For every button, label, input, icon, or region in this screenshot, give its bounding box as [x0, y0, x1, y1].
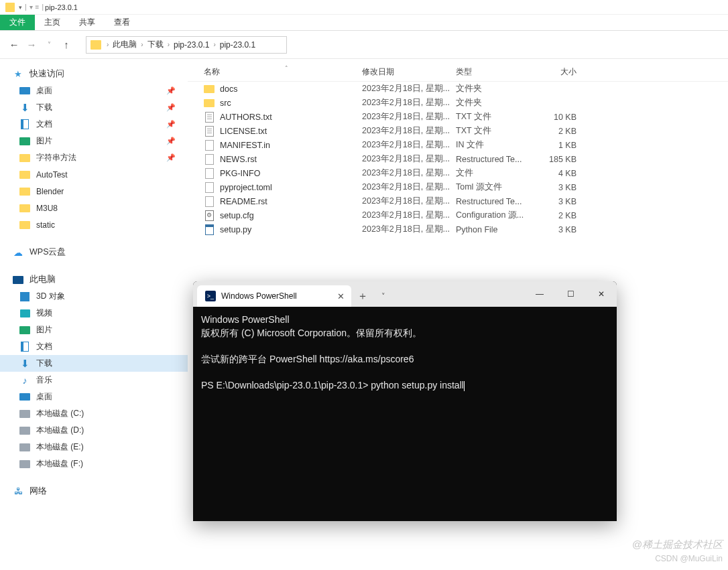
sidebar-item[interactable]: 文档📌	[0, 116, 188, 133]
file-row[interactable]: AUTHORS.txt2023年2月18日, 星期...TXT 文件10 KB	[188, 110, 728, 124]
drive-icon	[19, 425, 31, 437]
file-icon	[204, 154, 215, 165]
tab-close-icon[interactable]: ✕	[337, 291, 345, 301]
pic-icon	[19, 324, 31, 336]
sidebar-item[interactable]: Blender	[0, 183, 188, 200]
desktop-icon	[19, 391, 31, 403]
sidebar-item[interactable]: 字符串方法📌	[0, 149, 188, 166]
video-icon	[19, 307, 31, 319]
folder-icon	[19, 152, 31, 164]
file-icon	[204, 84, 215, 94]
wps-cloud[interactable]: ☁ WPS云盘	[0, 244, 188, 261]
terminal-line	[201, 340, 609, 353]
sidebar-item[interactable]: 文档	[0, 338, 188, 355]
file-icon	[204, 140, 215, 151]
sidebar-item[interactable]: 本地磁盘 (C:)	[0, 405, 188, 422]
sidebar-item[interactable]: 图片	[0, 322, 188, 338]
nav-pane: ★ 快速访问 桌面📌⬇下载📌文档📌图片📌字符串方法📌AutoTestBlende…	[0, 59, 188, 570]
terminal-line: 版权所有 (C) Microsoft Corporation。保留所有权利。	[201, 327, 609, 340]
terminal-tab[interactable]: >_ Windows PowerShell ✕	[197, 285, 351, 307]
menu-view[interactable]: 查看	[105, 15, 139, 30]
sidebar-item[interactable]: ⬇下载	[0, 355, 188, 372]
sidebar-item[interactable]: 图片📌	[0, 133, 188, 149]
network-header[interactable]: 🖧 网络	[0, 483, 188, 500]
window-close[interactable]: ✕	[586, 281, 617, 307]
tab-dropdown-icon[interactable]: ˅	[374, 285, 393, 307]
menu-share[interactable]: 共享	[70, 15, 105, 30]
sidebar-item[interactable]: 视频	[0, 305, 188, 322]
sidebar-item[interactable]: 本地磁盘 (E:)	[0, 439, 188, 455]
file-icon	[204, 196, 215, 207]
menu-file[interactable]: 文件	[0, 15, 35, 30]
sidebar-item[interactable]: AutoTest	[0, 166, 188, 183]
music-icon: ♪	[19, 374, 31, 386]
quick-access-header[interactable]: ★ 快速访问	[0, 66, 188, 82]
powershell-icon: >_	[205, 291, 216, 301]
drive-icon	[19, 458, 31, 470]
file-row[interactable]: src2023年2月18日, 星期...文件夹	[188, 96, 728, 110]
sidebar-item[interactable]: M3U8	[0, 200, 188, 216]
terminal-prompt: PS E:\Downloads\pip-23.0.1\pip-23.0.1> p…	[201, 379, 609, 393]
watermark: CSDN @MuGuiLin	[655, 554, 723, 563]
watermark: @稀土掘金技术社区	[632, 539, 723, 551]
breadcrumb-seg[interactable]: pip-23.0.1	[171, 40, 212, 50]
menu-bar: 文件 主页 共享 查看	[0, 15, 728, 31]
file-row[interactable]: NEWS.rst2023年2月18日, 星期...Restructured Te…	[188, 152, 728, 166]
window-minimize[interactable]: —	[524, 281, 555, 307]
doc-icon	[19, 341, 31, 353]
file-icon	[204, 168, 215, 179]
terminal-tabs: >_ Windows PowerShell ✕ ＋ ˅ — ☐ ✕	[193, 281, 617, 307]
sidebar-item[interactable]: 3D 对象	[0, 288, 188, 305]
down-icon: ⬇	[19, 358, 31, 370]
pin-icon: 📌	[166, 103, 176, 112]
nav-bar: ← → ˅ ↑ › 此电脑› 下载› pip-23.0.1› pip-23.0.…	[0, 31, 728, 59]
this-pc-header[interactable]: 此电脑	[0, 271, 188, 288]
folder-icon	[19, 186, 31, 198]
drive-icon	[19, 441, 31, 453]
powershell-window[interactable]: >_ Windows PowerShell ✕ ＋ ˅ — ☐ ✕ Window…	[193, 281, 617, 521]
sidebar-item[interactable]: ⬇下载📌	[0, 99, 188, 116]
breadcrumb-seg[interactable]: 下载	[145, 39, 166, 50]
folder-icon	[19, 169, 31, 181]
sidebar-item[interactable]: static	[0, 216, 188, 233]
title-bar: ▾ | ▾ ≡ | pip-23.0.1	[0, 0, 728, 15]
breadcrumb-seg[interactable]: pip-23.0.1	[217, 40, 258, 50]
nav-forward[interactable]: →	[24, 38, 39, 52]
file-row[interactable]: PKG-INFO2023年2月18日, 星期...文件4 KB	[188, 166, 728, 180]
breadcrumb[interactable]: › 此电脑› 下载› pip-23.0.1› pip-23.0.1	[86, 36, 287, 54]
sidebar-item[interactable]: 本地磁盘 (F:)	[0, 455, 188, 472]
terminal-line	[201, 366, 609, 379]
file-row[interactable]: LICENSE.txt2023年2月18日, 星期...TXT 文件2 KB	[188, 124, 728, 138]
menu-home[interactable]: 主页	[35, 15, 70, 30]
sidebar-item[interactable]: 桌面	[0, 388, 188, 405]
file-row[interactable]: setup.cfg2023年2月18日, 星期...Configuration …	[188, 208, 728, 222]
nav-recent[interactable]: ˅	[42, 38, 56, 52]
nav-up[interactable]: ↑	[59, 38, 74, 52]
pin-icon: 📌	[166, 120, 176, 129]
file-row[interactable]: pyproject.toml2023年2月18日, 星期...Toml 源文件3…	[188, 180, 728, 194]
pin-icon: 📌	[166, 153, 176, 162]
3d-icon	[19, 291, 31, 303]
file-row[interactable]: docs2023年2月18日, 星期...文件夹	[188, 82, 728, 96]
terminal-line: 尝试新的跨平台 PowerShell https://aka.ms/pscore…	[201, 353, 609, 366]
breadcrumb-seg[interactable]: 此电脑	[110, 39, 139, 50]
drive-icon	[19, 408, 31, 420]
folder-icon	[19, 202, 31, 214]
doc-icon	[19, 119, 31, 131]
file-row[interactable]: README.rst2023年2月18日, 星期...Restructured …	[188, 194, 728, 208]
window-maximize[interactable]: ☐	[555, 281, 586, 307]
terminal-body[interactable]: Windows PowerShell版权所有 (C) Microsoft Cor…	[193, 307, 617, 399]
desktop-icon	[19, 85, 31, 97]
sidebar-item[interactable]: ♪音乐	[0, 372, 188, 388]
sidebar-item[interactable]: 桌面📌	[0, 82, 188, 99]
terminal-command: python setup.py install	[371, 380, 464, 390]
folder-icon	[19, 219, 31, 231]
column-headers[interactable]: 名称˄ 修改日期 类型 大小	[188, 63, 728, 82]
sidebar-item[interactable]: 本地磁盘 (D:)	[0, 422, 188, 439]
file-row[interactable]: setup.py2023年2月18日, 星期...Python File3 KB	[188, 222, 728, 236]
new-tab-button[interactable]: ＋	[351, 285, 374, 307]
nav-back[interactable]: ←	[7, 38, 21, 52]
file-icon	[204, 98, 215, 109]
chevron-down-icon[interactable]: ▾	[19, 4, 22, 11]
file-row[interactable]: MANIFEST.in2023年2月18日, 星期...IN 文件1 KB	[188, 138, 728, 152]
